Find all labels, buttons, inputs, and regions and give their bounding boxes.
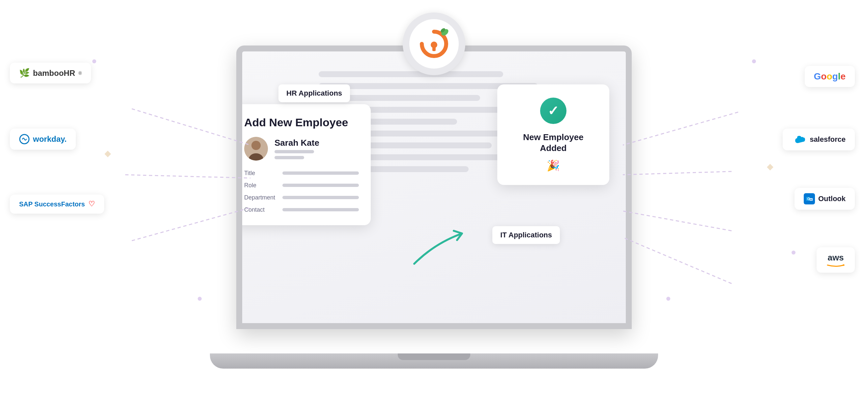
bamboo-leaf-icon: 🌿 — [19, 68, 30, 78]
screen-inner: HR Applications IT Applications Add New … — [242, 52, 626, 323]
employee-fields: Title Role Department Contact — [244, 170, 359, 213]
field-label-title: Title — [244, 170, 277, 177]
deco-dot-3 — [752, 59, 756, 63]
laptop-screen: HR Applications IT Applications Add New … — [236, 46, 632, 329]
google-label: Google — [814, 71, 845, 82]
success-card: ✓ New Employee Added 🎉 — [497, 84, 609, 185]
laptop: HR Applications IT Applications Add New … — [203, 46, 665, 369]
sap-pill: SAP SuccessFactors ♡ — [10, 194, 104, 214]
deco-diamond-1 — [104, 151, 111, 157]
name-line-2 — [275, 156, 304, 159]
svg-text:✉: ✉ — [810, 199, 812, 201]
salesforce-pill: salesforce — [783, 129, 855, 150]
avatar — [244, 137, 268, 160]
it-applications-label: IT Applications — [492, 226, 560, 244]
outlook-pill: O ✉ Outlook — [795, 188, 855, 210]
aws-label: aws — [828, 252, 844, 263]
field-line-role — [282, 184, 359, 187]
deco-dot-6 — [666, 297, 670, 301]
svg-rect-8 — [432, 47, 436, 51]
success-title: New Employee Added — [509, 132, 597, 154]
svg-text:O: O — [807, 197, 810, 201]
laptop-notch — [398, 354, 470, 360]
logo-circle — [403, 12, 465, 75]
workday-pill: workday. — [10, 129, 76, 150]
sap-label: SAP SuccessFactors — [19, 201, 85, 208]
field-label-department: Department — [244, 194, 277, 201]
arrow-icon — [408, 224, 473, 270]
field-row-role: Role — [244, 182, 359, 189]
sap-heart-icon: ♡ — [88, 200, 95, 208]
employee-profile: Sarah Kate — [244, 137, 359, 160]
employee-name-lines — [275, 150, 319, 159]
field-line-contact — [282, 208, 359, 211]
deco-dot-1 — [92, 59, 96, 63]
aws-pill: aws — [816, 247, 855, 273]
laptop-base — [210, 354, 658, 369]
main-scene: HR Applications IT Applications Add New … — [0, 0, 868, 394]
doc-line-1 — [319, 71, 503, 77]
field-label-role: Role — [244, 182, 277, 189]
logo-inner — [409, 19, 459, 68]
employee-card-title: Add New Employee — [244, 116, 359, 129]
workday-icon — [19, 134, 30, 144]
outlook-label: Outlook — [818, 194, 845, 203]
deco-diamond-2 — [767, 164, 773, 171]
field-row-contact: Contact — [244, 206, 359, 213]
field-row-department: Department — [244, 194, 359, 201]
field-line-title — [282, 172, 359, 175]
hr-applications-label: HR Applications — [278, 84, 350, 102]
salesforce-label: salesforce — [810, 135, 845, 144]
success-check-icon: ✓ — [540, 98, 566, 124]
bamboo-hr-label: bambooHR — [33, 68, 75, 78]
deco-dot-4 — [792, 250, 796, 254]
deco-dot-5 — [198, 297, 202, 301]
bamboo-hr-pill: 🌿 bambooHR ® — [10, 63, 91, 83]
salesforce-icon — [792, 134, 806, 145]
field-row-title: Title — [244, 170, 359, 177]
field-label-contact: Contact — [244, 206, 277, 213]
svg-point-12 — [251, 141, 261, 150]
aws-logo: aws — [826, 252, 845, 267]
add-employee-card: Add New Employee Sarah Kate — [242, 104, 371, 225]
zluri-logo — [416, 26, 452, 62]
field-line-department — [282, 196, 359, 199]
check-mark: ✓ — [548, 104, 559, 117]
employee-name: Sarah Kate — [275, 138, 319, 148]
workday-label: workday. — [33, 134, 67, 144]
success-emoji: 🎉 — [509, 159, 597, 172]
google-pill: Google — [805, 66, 855, 87]
outlook-icon: O ✉ — [804, 193, 815, 205]
name-line-1 — [275, 150, 314, 153]
svg-marker-20 — [843, 264, 845, 266]
